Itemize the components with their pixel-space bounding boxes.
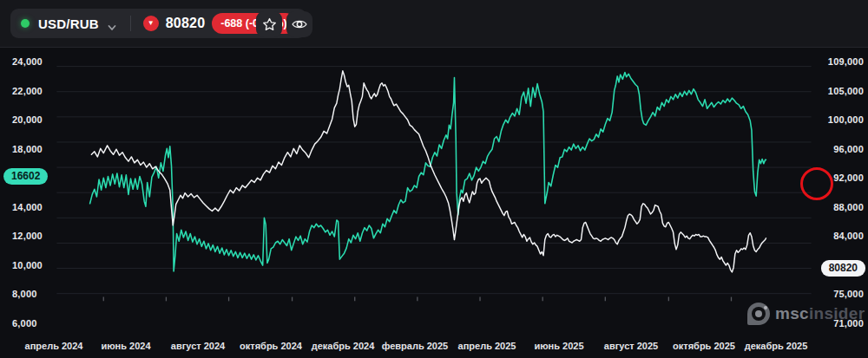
market-open-dot xyxy=(21,19,30,28)
divider xyxy=(130,16,131,31)
y-left-tick-label: 18,000 xyxy=(12,144,43,154)
last-price: 80820 xyxy=(166,16,206,31)
chart-canvas[interactable] xyxy=(0,47,868,358)
y-right-tick-label: 100,000 xyxy=(828,114,864,125)
instrument-name[interactable]: USD/RUB xyxy=(38,16,99,31)
eye-icon xyxy=(291,16,308,33)
star-icon xyxy=(261,16,278,33)
y-left-tick-label: 10,000 xyxy=(12,260,43,270)
y-left-tick-label: 20,000 xyxy=(12,114,43,125)
y-left-tick-label: 14,000 xyxy=(12,202,43,212)
y-right-tick-label: 71,000 xyxy=(833,318,864,329)
y-left-tick-label: 6,000 xyxy=(12,318,37,329)
last-price-tag-white: 80820 xyxy=(821,260,865,277)
chevron-down-icon[interactable] xyxy=(108,20,116,29)
y-right-tick-label: 92,000 xyxy=(833,172,864,183)
favorite-button[interactable] xyxy=(256,11,282,37)
triangle-down-icon: ▼ xyxy=(143,16,159,31)
watchlist-button[interactable] xyxy=(286,11,312,37)
highlight-circle-annotation xyxy=(800,167,833,200)
last-price-tag-teal: 16602 xyxy=(3,168,48,185)
y-right-tick-label: 105,000 xyxy=(828,86,864,96)
y-right-tick-label: 84,000 xyxy=(833,231,864,241)
y-left-tick-label: 22,000 xyxy=(12,86,43,96)
change-badge: -688 (-0.84%) xyxy=(212,13,295,34)
y-left-tick-label: 24,000 xyxy=(12,56,43,67)
y-right-tick-label: 96,000 xyxy=(833,144,864,154)
x-tick-label: декабрь 2025 xyxy=(733,341,819,351)
y-left-tick-label: 8,000 xyxy=(12,289,37,299)
y-right-tick-label: 75,000 xyxy=(833,289,864,299)
y-right-tick-label: 109,000 xyxy=(828,56,864,67)
y-left-tick-label: 12,000 xyxy=(12,231,43,241)
y-right-tick-label: 88,000 xyxy=(833,202,864,212)
mscinsider-logo-icon xyxy=(747,303,770,325)
toolbar: USD/RUB ▼ 80820 -688 (-0.84%) xyxy=(0,0,868,48)
